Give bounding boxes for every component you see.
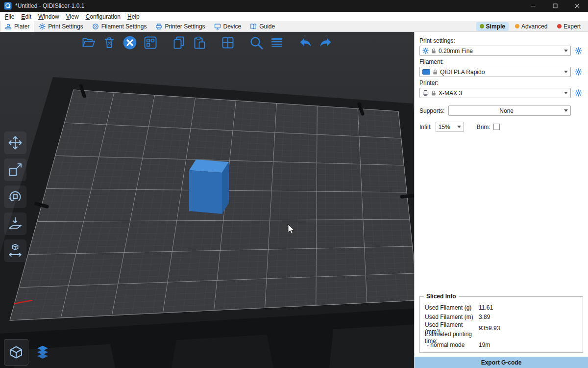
variable-layer-height-button[interactable] [269, 34, 285, 51]
mode-label: Advanced [521, 23, 547, 30]
model-cube[interactable] [189, 159, 229, 214]
3d-editor-view-button[interactable] [4, 339, 28, 366]
lock-icon [431, 48, 436, 54]
delete-all-button[interactable] [122, 34, 138, 51]
gear-icon [575, 47, 582, 54]
print-settings-label: Print settings: [419, 37, 583, 44]
chevron-down-icon [457, 126, 461, 128]
chevron-down-icon [564, 50, 568, 52]
mode-advanced[interactable]: Advanced [512, 22, 551, 31]
menu-help[interactable]: Help [124, 13, 143, 21]
undo-icon [298, 36, 313, 50]
variable-layer-height-icon [270, 36, 284, 50]
sliced-info-title: Sliced Info [424, 293, 459, 300]
paste-icon [193, 36, 206, 50]
tab-plater[interactable]: Plater [0, 21, 34, 32]
place-on-face-button[interactable] [4, 212, 26, 235]
redo-button[interactable] [318, 34, 334, 51]
qidislicer-window: *Untitled - QIDISlicer-1.0.1 File Edit W… [0, 0, 588, 368]
paste-button[interactable] [192, 34, 207, 51]
undo-button[interactable] [297, 34, 313, 51]
supports-label: Supports: [419, 107, 444, 114]
tabbar: Plater Print Settings Filament Settings … [0, 21, 588, 32]
open-file-button[interactable] [81, 34, 97, 51]
rotate-button[interactable] [4, 185, 26, 208]
split-objects-icon [221, 36, 235, 50]
manipulation-toolbar [4, 131, 26, 262]
tab-label: Printer Settings [165, 23, 205, 30]
export-gcode-button[interactable]: Export G-code [415, 357, 588, 368]
tab-filament-settings[interactable]: Filament Settings [88, 21, 151, 32]
brim-label: Brim: [477, 124, 490, 131]
filament-spool-icon [92, 23, 99, 30]
printer-combo[interactable]: X-MAX 3 [419, 88, 571, 98]
printer-value: X-MAX 3 [439, 90, 562, 97]
menu-edit[interactable]: Edit [18, 13, 35, 21]
filament-combo[interactable]: QIDI PLA Rapido [419, 67, 571, 77]
split-button[interactable] [220, 34, 236, 51]
sliced-info-row: Used Filament (m) 3.89 [425, 312, 578, 321]
gear-icon [422, 48, 429, 54]
print-settings-gear-button[interactable] [573, 46, 583, 56]
sliced-info-row: Used Filament (mm³) 9359.93 [425, 321, 578, 331]
gear-icon [575, 89, 582, 97]
printer-icon [155, 23, 162, 30]
sliced-info-box: Sliced Info Used Filament (g) 11.61 Used… [419, 296, 583, 353]
chevron-down-icon [564, 109, 568, 112]
infill-combo[interactable]: 15% [436, 122, 464, 132]
printer-label: Printer: [419, 79, 583, 86]
advanced-mode-dot-icon [515, 24, 519, 28]
tab-printer-settings[interactable]: Printer Settings [151, 21, 209, 32]
tab-device[interactable]: Device [210, 21, 246, 32]
printer-gear-button[interactable] [573, 88, 583, 98]
chevron-down-icon [564, 71, 568, 73]
window-title: *Untitled - QIDISlicer-1.0.1 [15, 2, 84, 9]
sliced-info-row: Estimated printing time: [425, 331, 578, 340]
search-button[interactable] [248, 34, 264, 51]
menu-configuration[interactable]: Configuration [82, 13, 124, 21]
sliced-info-row: Used Filament (g) 11.61 [425, 303, 578, 312]
brim-checkbox[interactable] [493, 124, 500, 130]
mode-simple[interactable]: Simple [476, 22, 509, 31]
cut-button[interactable] [4, 239, 26, 262]
preview-button[interactable] [30, 339, 55, 366]
delete-button[interactable] [101, 34, 117, 51]
maximize-button[interactable] [544, 0, 566, 12]
delete-trash-icon [102, 36, 116, 50]
filament-color-swatch [422, 69, 430, 75]
arrange-button[interactable] [143, 34, 158, 51]
delete-all-icon [122, 35, 137, 50]
filament-gear-button[interactable] [573, 67, 583, 77]
redo-icon [318, 36, 333, 50]
mode-label: Expert [564, 23, 581, 30]
menu-view[interactable]: View [63, 13, 82, 21]
tab-label: Filament Settings [101, 23, 147, 30]
tab-label: Guide [259, 23, 275, 30]
mode-expert[interactable]: Expert [554, 22, 584, 31]
guide-book-icon [250, 23, 257, 30]
lock-icon [431, 90, 436, 96]
3d-viewport[interactable] [0, 32, 414, 368]
filament-label: Filament: [419, 58, 583, 65]
mode-label: Simple [486, 23, 505, 30]
tab-print-settings[interactable]: Print Settings [34, 21, 87, 32]
minimize-icon [531, 3, 536, 8]
object-toolbar [0, 34, 414, 51]
preview-layers-icon [35, 344, 50, 360]
menubar: File Edit Window View Configuration Help [0, 12, 588, 21]
close-button[interactable] [566, 0, 588, 12]
app-logo-icon [4, 2, 12, 10]
supports-combo[interactable]: None [448, 105, 571, 116]
menu-window[interactable]: Window [35, 13, 63, 21]
scale-button[interactable] [4, 158, 26, 181]
tab-guide[interactable]: Guide [245, 21, 279, 32]
device-monitor-icon [214, 23, 221, 30]
copy-button[interactable] [171, 34, 187, 51]
menu-file[interactable]: File [1, 13, 18, 21]
minimize-button[interactable] [522, 0, 544, 12]
tab-label: Plater [14, 23, 29, 30]
move-button[interactable] [4, 131, 26, 154]
settings-panel: Print settings: 0.20mm Fine Filament: QI… [414, 32, 588, 368]
print-settings-combo[interactable]: 0.20mm Fine [419, 46, 571, 56]
chevron-down-icon [564, 92, 568, 94]
